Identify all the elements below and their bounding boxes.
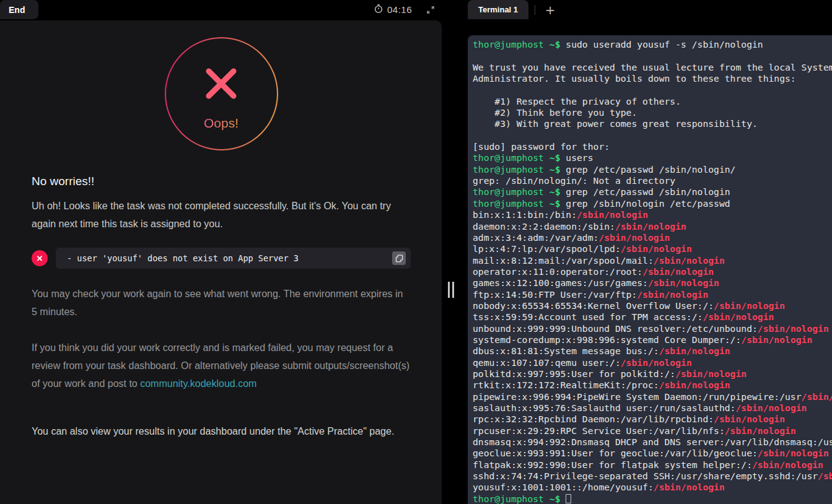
terminal-line: thor@jumphost ~$ sudo useradd yousuf -s … xyxy=(473,39,832,50)
terminal-line: thor@jumphost ~$ xyxy=(473,493,832,504)
new-terminal-button[interactable]: + xyxy=(541,1,559,19)
tab-terminal-1[interactable]: Terminal 1 xyxy=(468,0,528,19)
fullscreen-icon[interactable] xyxy=(426,5,436,15)
terminal-line: rtkit:x:172:172:RealtimeKit:/proc:/sbin/… xyxy=(473,380,832,391)
error-row: ✕ - user 'yousuf' does not exist on App … xyxy=(32,248,411,269)
terminal-cursor xyxy=(566,494,571,503)
stopwatch-icon xyxy=(374,4,383,15)
terminal-line: lp:x:4:7:lp:/var/spool/lpd:/sbin/nologin xyxy=(473,243,832,254)
intro-paragraph: Uh oh! Looks like the task was not compl… xyxy=(32,197,411,233)
error-x-icon: ✕ xyxy=(32,250,48,266)
oops-circle: Oops! xyxy=(165,37,278,150)
terminal-line: rpc:x:32:32:Rpcbind Daemon:/var/lib/rpcb… xyxy=(473,414,832,425)
terminal-tab-bar: Terminal 1 + xyxy=(460,0,832,19)
oops-label: Oops! xyxy=(204,116,239,131)
terminal-line: saslauth:x:995:76:Saslauthd user:/run/sa… xyxy=(473,402,832,414)
terminal-line: #1) Respect the privacy of others. xyxy=(473,96,832,107)
error-message-text: - user 'yousuf' does not exist on App Se… xyxy=(67,253,392,263)
terminal-line: daemon:x:2:2:daemon:/sbin:/sbin/nologin xyxy=(473,221,832,232)
terminal-line: ftp:x:14:50:FTP User:/var/ftp:/sbin/nolo… xyxy=(473,289,832,300)
terminal-line: #2) Think before you type. xyxy=(473,107,832,118)
end-button-label: End xyxy=(9,5,25,15)
timer-value: 04:16 xyxy=(387,4,412,15)
terminal-line: thor@jumphost ~$ grep /etc/passwd /sbin/… xyxy=(473,186,832,198)
terminal-line: dnsmasq:x:994:992:Dnsmasq DHCP and DNS s… xyxy=(473,437,832,448)
left-tab-bar: End 04:16 xyxy=(0,0,442,19)
pane-resize-gutter[interactable] xyxy=(442,0,460,504)
terminal-line: tss:x:59:59:Account used for TPM access:… xyxy=(473,311,832,323)
terminal-line: geoclue:x:993:991:User for geoclue:/var/… xyxy=(473,448,832,459)
terminal-line xyxy=(473,84,832,95)
terminal-line: mail:x:8:12:mail:/var/spool/mail:/sbin/n… xyxy=(473,255,832,266)
page-title: No worries!! xyxy=(32,175,411,188)
terminal-line: systemd-coredump:x:998:996:systemd Core … xyxy=(473,334,832,345)
app-window: End 04:16 xyxy=(0,0,832,504)
terminal-line: rpcuser:x:29:29:RPC Service User:/var/li… xyxy=(473,425,832,437)
terminal-line: adm:x:3:4:adm:/var/adm:/sbin/nologin xyxy=(473,232,832,243)
tab-divider xyxy=(535,5,535,15)
terminal-output: thor@jumphost ~$ sudo useradd yousuf -s … xyxy=(473,39,832,504)
terminal-line: operator:x:11:0:operator:/root:/sbin/nol… xyxy=(473,266,832,277)
community-link[interactable]: community.kodekloud.com xyxy=(140,378,256,389)
review-paragraph: If you think you did your work correctly… xyxy=(32,339,411,393)
terminal-pane: Terminal 1 + thor@jumphost ~$ sudo usera… xyxy=(460,0,832,504)
session-timer: 04:16 xyxy=(374,4,412,15)
copy-button[interactable] xyxy=(392,251,406,265)
terminal-line: pipewire:x:996:994:PipeWire System Daemo… xyxy=(473,391,832,402)
terminal-line: nobody:x:65534:65534:Kernel Overflow Use… xyxy=(473,300,832,311)
terminal-line: We trust you have received the usual lec… xyxy=(473,62,832,73)
terminal-line: thor@jumphost ~$ grep /etc/passwd /sbin/… xyxy=(473,164,832,175)
terminal-line: yousuf:x:1001:1001::/home/yousuf:/sbin/n… xyxy=(473,482,832,493)
terminal-line: [sudo] password for thor: xyxy=(473,141,832,152)
terminal-line: sshd:x:74:74:Privilege-separated SSH:/us… xyxy=(473,471,832,482)
terminal-line: thor@jumphost ~$ grep /sbin/nologin /etc… xyxy=(473,198,832,209)
terminal-line: #3) With great power comes great respons… xyxy=(473,118,832,129)
terminal-screen[interactable]: thor@jumphost ~$ sudo useradd yousuf -s … xyxy=(468,35,832,504)
terminal-tab-label: Terminal 1 xyxy=(478,5,518,14)
terminal-line: thor@jumphost ~$ users xyxy=(473,152,832,163)
terminal-line: bin:x:1:1:bin:/bin:/sbin/nologin xyxy=(473,209,832,220)
terminal-line: polkitd:x:997:995:User for polkitd:/:/sb… xyxy=(473,368,832,380)
terminal-line: qemu:x:107:107:qemu user:/:/sbin/nologin xyxy=(473,357,832,368)
resize-handle-icon[interactable] xyxy=(448,282,454,298)
error-message-box: - user 'yousuf' does not exist on App Se… xyxy=(56,248,411,269)
result-card: Oops! No worries!! Uh oh! Looks like the… xyxy=(0,20,442,504)
terminal-line: flatpak:x:992:990:User for flatpak syste… xyxy=(473,459,832,471)
check-paragraph: You may check your work again to see wha… xyxy=(32,285,411,321)
terminal-line: unbound:x:999:999:Unbound DNS resolver:/… xyxy=(473,323,832,334)
results-paragraph: You can also view your results in your d… xyxy=(32,422,411,440)
terminal-line: games:x:12:100:games:/usr/games:/sbin/no… xyxy=(473,277,832,289)
failure-x-icon xyxy=(201,64,241,106)
terminal-line xyxy=(473,50,832,61)
terminal-line xyxy=(473,130,832,141)
end-button[interactable]: End xyxy=(0,0,38,19)
results-pane: End 04:16 xyxy=(0,0,442,504)
terminal-line: grep: /sbin/nologin/: Not a directory xyxy=(473,175,832,186)
terminal-line: Administrator. It usually boils down to … xyxy=(473,73,832,84)
terminal-line: dbus:x:81:81:System message bus:/:/sbin/… xyxy=(473,345,832,357)
